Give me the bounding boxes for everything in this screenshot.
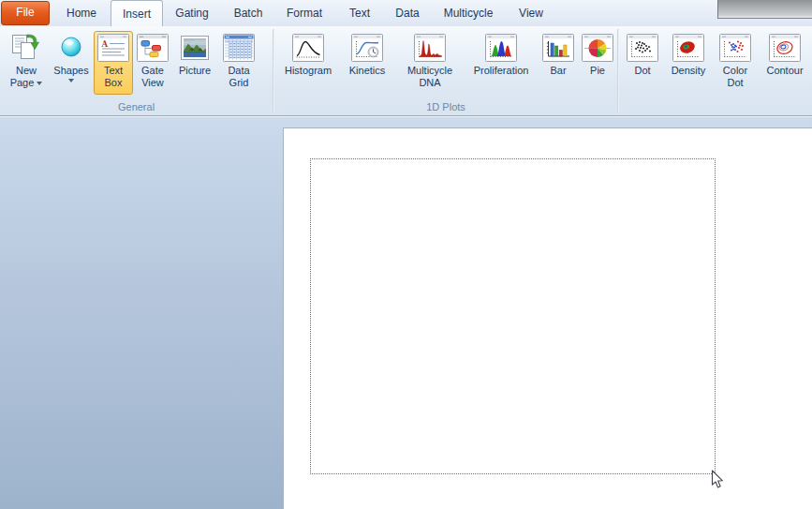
gate-view-label: Gate: [141, 65, 164, 76]
svg-text:A: A: [101, 39, 109, 49]
layout-page[interactable]: [283, 127, 812, 509]
ribbon-group-general: New Page Sh: [0, 26, 273, 115]
data-grid-label: Data: [228, 65, 249, 76]
tab-batch[interactable]: Batch: [221, 0, 275, 26]
proliferation-icon: [485, 32, 517, 64]
new-page-button[interactable]: New Page: [4, 31, 49, 95]
histogram-icon: [292, 32, 324, 64]
titlebar-remnant: [717, 0, 812, 19]
ribbon-group-1d-plots: Histogram Kinetics: [274, 26, 617, 115]
tab-view[interactable]: View: [508, 0, 554, 26]
gate-view-icon: [137, 32, 169, 64]
density-label: Density: [672, 65, 706, 76]
kinetics-icon: [351, 32, 383, 64]
tab-home[interactable]: Home: [52, 0, 111, 26]
kinetics-button[interactable]: Kinetics: [338, 31, 396, 95]
tab-insert[interactable]: Insert: [111, 0, 163, 26]
color-dot-icon: [719, 32, 751, 64]
dot-icon: [627, 32, 658, 64]
picture-button[interactable]: Picture: [172, 31, 217, 95]
ribbon-tabs: Home Insert Gating Batch Format Text Dat…: [52, 0, 554, 26]
picture-label: Picture: [179, 65, 211, 76]
bar-icon: [542, 32, 574, 64]
text-box-label2: Box: [105, 77, 123, 88]
pie-button[interactable]: Pie: [578, 31, 617, 95]
ribbon-group-2d-plots: Dot Density: [619, 26, 812, 115]
gate-view-button[interactable]: Gate View: [133, 31, 172, 95]
dropdown-arrow-icon: [68, 79, 74, 82]
application-window: File Home Insert Gating Batch Format Tex…: [0, 0, 812, 509]
proliferation-label: Proliferation: [474, 65, 529, 76]
multicycle-dna-button[interactable]: Multicycle DNA: [396, 31, 464, 95]
histogram-label: Histogram: [285, 65, 332, 76]
text-box-button[interactable]: A Text Box: [94, 31, 133, 95]
mouse-cursor-arrow-icon: [711, 470, 724, 493]
gate-view-label2: View: [141, 77, 164, 88]
color-dot-label2: Dot: [727, 77, 743, 88]
data-grid-label2: Grid: [229, 77, 249, 88]
tab-gating[interactable]: Gating: [163, 0, 221, 26]
tab-text[interactable]: Text: [333, 0, 386, 26]
color-dot-label: Color: [723, 65, 747, 76]
density-button[interactable]: Density: [664, 31, 713, 95]
group-label-1d-plots: 1D Plots: [274, 101, 617, 112]
file-menu-button[interactable]: File: [1, 1, 50, 25]
pie-icon: [582, 32, 613, 64]
tab-multicycle[interactable]: Multicycle: [429, 0, 508, 26]
textbox-drag-outline[interactable]: [310, 158, 716, 474]
ribbon: New Page Sh: [0, 26, 812, 116]
color-dot-button[interactable]: Color Dot: [713, 31, 758, 95]
dot-button[interactable]: Dot: [621, 31, 664, 95]
kinetics-label: Kinetics: [349, 65, 386, 76]
contour-label: Contour: [766, 65, 803, 76]
new-page-label2: Page: [10, 77, 35, 88]
picture-icon: [179, 32, 211, 64]
dropdown-arrow-icon: [37, 82, 42, 85]
document-canvas[interactable]: [0, 116, 812, 509]
shapes-button[interactable]: Shapes: [49, 31, 94, 95]
data-grid-icon: [223, 32, 255, 64]
density-icon: [672, 32, 704, 64]
histogram-button[interactable]: Histogram: [278, 31, 338, 95]
shapes-icon: [54, 32, 88, 64]
data-grid-button[interactable]: Data Grid: [217, 31, 260, 95]
bar-button[interactable]: Bar: [539, 31, 578, 95]
new-page-label: New: [16, 65, 37, 76]
text-box-icon: A: [97, 32, 129, 64]
new-page-icon: [9, 32, 43, 64]
multicycle-dna-label2: DNA: [419, 77, 440, 88]
multicycle-dna-icon: [414, 32, 446, 64]
ribbon-tab-bar: File Home Insert Gating Batch Format Tex…: [0, 0, 812, 26]
multicycle-dna-label: Multicycle: [407, 65, 452, 76]
shapes-label: Shapes: [53, 65, 88, 76]
tab-data[interactable]: Data: [386, 0, 429, 26]
proliferation-button[interactable]: Proliferation: [464, 31, 539, 95]
text-box-label: Text: [104, 65, 123, 76]
dot-label: Dot: [634, 65, 650, 76]
contour-button[interactable]: Contour: [758, 31, 812, 95]
pie-label: Pie: [590, 65, 605, 76]
contour-icon: [769, 32, 801, 64]
tab-format[interactable]: Format: [275, 0, 333, 26]
group-label-general: General: [0, 101, 273, 112]
bar-label: Bar: [550, 65, 566, 76]
